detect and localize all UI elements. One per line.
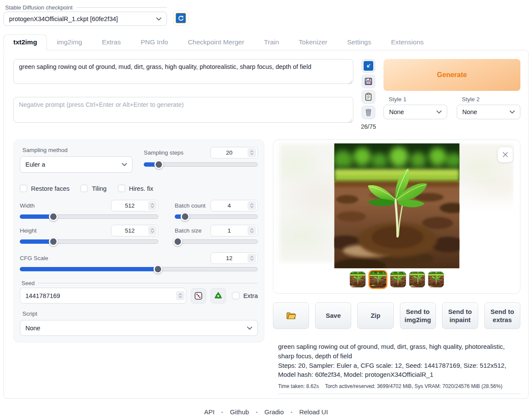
link-gradio[interactable]: Gradio: [264, 408, 284, 416]
sampling-steps-input[interactable]: 20: [210, 147, 258, 158]
tab-train[interactable]: Train: [254, 34, 289, 50]
style1-field: Style 1 None: [384, 93, 447, 119]
info-params-text: Steps: 20, Sampler: Euler a, CFG scale: …: [278, 361, 520, 380]
cfg-scale-slider-handle[interactable]: [153, 265, 162, 274]
open-folder-button[interactable]: [273, 302, 309, 329]
spinner[interactable]: [247, 226, 256, 235]
gallery-thumbnail-4[interactable]: [409, 271, 425, 288]
reuse-seed-button[interactable]: [210, 288, 226, 304]
restore-faces-checkbox[interactable]: Restore faces: [20, 185, 69, 192]
spinner-down-icon: [250, 231, 254, 233]
tab-bar: txt2img img2img Extras PNG Info Checkpoi…: [3, 34, 529, 50]
spinner-up-icon: [250, 228, 254, 230]
sampling-method-field: Sampling method Euler a: [20, 146, 133, 173]
info-prompt-text: green sapling rowing out of ground, mud,…: [278, 342, 520, 361]
random-seed-button[interactable]: [191, 288, 206, 304]
dice-icon: [194, 292, 203, 300]
bullet-separator: •: [221, 410, 223, 415]
width-slider-handle[interactable]: [49, 212, 58, 221]
script-dropdown[interactable]: None: [20, 320, 258, 336]
chevron-down-icon: [510, 110, 515, 114]
generated-image-preview[interactable]: [334, 143, 459, 268]
tab-img2img[interactable]: img2img: [47, 34, 92, 50]
zip-button[interactable]: Zip: [357, 302, 393, 329]
checkpoint-legend: Stable Diffusion checkpoint: [3, 4, 167, 11]
height-slider[interactable]: [20, 239, 158, 244]
arrow-down-left-icon: [364, 61, 373, 71]
tab-extensions[interactable]: Extensions: [381, 34, 433, 50]
paste-generation-params-button[interactable]: [362, 59, 375, 73]
batch-size-slider-handle[interactable]: [173, 237, 182, 246]
seed-field: Seed 1441787169: [20, 280, 258, 304]
tiling-checkbox[interactable]: Tiling: [80, 185, 106, 192]
batch-count-input[interactable]: 4: [210, 200, 258, 211]
spinner[interactable]: [148, 201, 157, 210]
link-reload-ui[interactable]: Reload UI: [299, 408, 328, 416]
tab-png-info[interactable]: PNG Info: [131, 34, 178, 50]
settings-panel: Sampling method Euler a Sampling steps 2…: [13, 140, 264, 342]
spinner[interactable]: [247, 201, 256, 210]
refresh-icon: [176, 13, 186, 23]
tab-settings[interactable]: Settings: [337, 34, 381, 50]
close-preview-button[interactable]: [498, 147, 513, 162]
refresh-checkpoints-button[interactable]: [173, 10, 189, 26]
prompt-tools: 26/75: [361, 59, 376, 130]
close-icon: [502, 151, 509, 158]
clear-prompt-button[interactable]: [362, 106, 375, 119]
width-slider[interactable]: [20, 214, 158, 219]
sampling-method-value: Euler a: [25, 161, 122, 168]
batch-count-slider-handle[interactable]: [180, 212, 189, 221]
prompt-input[interactable]: green sapling rowing out of ground, mud,…: [13, 59, 353, 84]
script-label: Script: [22, 310, 258, 317]
apply-style-button[interactable]: [362, 90, 375, 104]
tab-checkpoint-merger[interactable]: Checkpoint Merger: [178, 34, 254, 50]
save-button[interactable]: Save: [315, 302, 351, 329]
link-github[interactable]: Github: [230, 408, 249, 416]
spinner[interactable]: [247, 148, 256, 157]
spinner-up-icon: [151, 228, 154, 230]
gallery-thumbnail-5[interactable]: [428, 271, 444, 288]
tab-txt2img[interactable]: txt2img: [3, 34, 47, 51]
spinner[interactable]: [247, 254, 256, 263]
style1-dropdown[interactable]: None: [384, 105, 447, 119]
width-input[interactable]: 512: [111, 200, 158, 211]
spinner-down-icon: [151, 231, 154, 233]
height-slider-handle[interactable]: [49, 237, 58, 246]
spinner-down-icon: [250, 258, 254, 261]
batch-size-input[interactable]: 1: [210, 225, 258, 236]
gallery-thumbnail-1[interactable]: [350, 271, 366, 288]
cfg-scale-input[interactable]: 12: [210, 252, 258, 264]
gallery-thumbnail-3[interactable]: [390, 271, 406, 288]
gallery-left-preview: [279, 143, 337, 262]
spinner-down-icon: [250, 153, 254, 155]
send-to-extras-button[interactable]: Send to extras: [484, 302, 520, 329]
sampling-steps-label: Sampling steps: [144, 149, 183, 156]
tab-tokenizer[interactable]: Tokenizer: [289, 34, 337, 50]
spinner[interactable]: [176, 291, 185, 300]
sampling-method-dropdown[interactable]: Euler a: [20, 156, 133, 173]
spinner[interactable]: [148, 226, 157, 235]
batch-size-label: Batch size: [175, 227, 201, 234]
cfg-scale-slider[interactable]: [20, 267, 258, 271]
sampling-steps-slider[interactable]: [144, 162, 258, 167]
hires-fix-checkbox[interactable]: Hires. fix: [118, 185, 153, 192]
height-input[interactable]: 512: [111, 225, 158, 236]
send-to-inpaint-button[interactable]: Send to inpaint: [442, 302, 478, 329]
batch-size-slider[interactable]: [175, 239, 258, 244]
checkpoint-dropdown[interactable]: protogenX34OfficialR_1.ckpt [60fe2f34]: [3, 12, 167, 26]
link-api[interactable]: API: [204, 408, 214, 416]
negative-prompt-input[interactable]: [13, 97, 353, 123]
seed-input[interactable]: 1441787169: [20, 288, 186, 304]
batch-count-slider[interactable]: [175, 214, 258, 219]
save-style-button[interactable]: [362, 75, 375, 88]
sampling-steps-slider-handle[interactable]: [155, 160, 164, 169]
extra-seed-checkbox[interactable]: Extra: [232, 292, 258, 299]
checkpoint-field: Stable Diffusion checkpoint protogenX34O…: [3, 4, 167, 26]
clipboard-icon: [364, 93, 373, 101]
style2-dropdown[interactable]: None: [457, 105, 520, 119]
send-to-img2img-button[interactable]: Send to img2img: [400, 302, 436, 329]
cfg-scale-value: 12: [211, 255, 247, 261]
generate-button[interactable]: Generate: [384, 59, 520, 91]
gallery-thumbnail-2-selected[interactable]: [368, 270, 387, 289]
tab-extras[interactable]: Extras: [92, 34, 131, 50]
